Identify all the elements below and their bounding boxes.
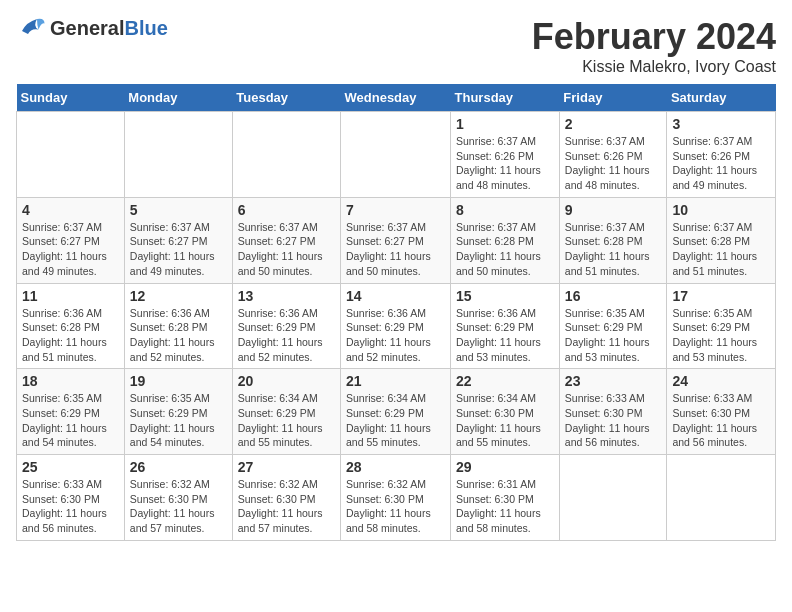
calendar-cell: 27Sunrise: 6:32 AM Sunset: 6:30 PM Dayli… (232, 455, 340, 541)
calendar-cell (124, 112, 232, 198)
day-number: 1 (456, 116, 554, 132)
day-info: Sunrise: 6:34 AM Sunset: 6:29 PM Dayligh… (238, 391, 335, 450)
day-info: Sunrise: 6:32 AM Sunset: 6:30 PM Dayligh… (346, 477, 445, 536)
calendar-cell: 6Sunrise: 6:37 AM Sunset: 6:27 PM Daylig… (232, 197, 340, 283)
day-number: 29 (456, 459, 554, 475)
calendar-cell: 18Sunrise: 6:35 AM Sunset: 6:29 PM Dayli… (17, 369, 125, 455)
day-info: Sunrise: 6:34 AM Sunset: 6:29 PM Dayligh… (346, 391, 445, 450)
day-number: 15 (456, 288, 554, 304)
day-info: Sunrise: 6:32 AM Sunset: 6:30 PM Dayligh… (238, 477, 335, 536)
day-info: Sunrise: 6:37 AM Sunset: 6:27 PM Dayligh… (22, 220, 119, 279)
header-wednesday: Wednesday (341, 84, 451, 112)
day-number: 12 (130, 288, 227, 304)
day-number: 28 (346, 459, 445, 475)
day-info: Sunrise: 6:37 AM Sunset: 6:28 PM Dayligh… (456, 220, 554, 279)
page-header: GeneralBlue February 2024 Kissie Malekro… (16, 16, 776, 76)
day-number: 10 (672, 202, 770, 218)
calendar-cell: 11Sunrise: 6:36 AM Sunset: 6:28 PM Dayli… (17, 283, 125, 369)
calendar-cell: 7Sunrise: 6:37 AM Sunset: 6:27 PM Daylig… (341, 197, 451, 283)
day-number: 5 (130, 202, 227, 218)
header-thursday: Thursday (451, 84, 560, 112)
calendar-week-row: 11Sunrise: 6:36 AM Sunset: 6:28 PM Dayli… (17, 283, 776, 369)
calendar-cell: 15Sunrise: 6:36 AM Sunset: 6:29 PM Dayli… (451, 283, 560, 369)
day-info: Sunrise: 6:33 AM Sunset: 6:30 PM Dayligh… (672, 391, 770, 450)
calendar-cell: 23Sunrise: 6:33 AM Sunset: 6:30 PM Dayli… (559, 369, 667, 455)
day-number: 19 (130, 373, 227, 389)
calendar-cell: 2Sunrise: 6:37 AM Sunset: 6:26 PM Daylig… (559, 112, 667, 198)
page-subtitle: Kissie Malekro, Ivory Coast (532, 58, 776, 76)
calendar-cell: 12Sunrise: 6:36 AM Sunset: 6:28 PM Dayli… (124, 283, 232, 369)
header-saturday: Saturday (667, 84, 776, 112)
day-number: 23 (565, 373, 662, 389)
day-number: 2 (565, 116, 662, 132)
calendar-cell: 4Sunrise: 6:37 AM Sunset: 6:27 PM Daylig… (17, 197, 125, 283)
header-monday: Monday (124, 84, 232, 112)
calendar-cell: 8Sunrise: 6:37 AM Sunset: 6:28 PM Daylig… (451, 197, 560, 283)
day-info: Sunrise: 6:35 AM Sunset: 6:29 PM Dayligh… (22, 391, 119, 450)
logo-text: GeneralBlue (50, 17, 168, 39)
calendar-week-row: 4Sunrise: 6:37 AM Sunset: 6:27 PM Daylig… (17, 197, 776, 283)
header-friday: Friday (559, 84, 667, 112)
calendar-week-row: 25Sunrise: 6:33 AM Sunset: 6:30 PM Dayli… (17, 455, 776, 541)
day-number: 11 (22, 288, 119, 304)
calendar-cell: 9Sunrise: 6:37 AM Sunset: 6:28 PM Daylig… (559, 197, 667, 283)
day-number: 18 (22, 373, 119, 389)
day-info: Sunrise: 6:33 AM Sunset: 6:30 PM Dayligh… (22, 477, 119, 536)
calendar-cell: 17Sunrise: 6:35 AM Sunset: 6:29 PM Dayli… (667, 283, 776, 369)
calendar-cell: 28Sunrise: 6:32 AM Sunset: 6:30 PM Dayli… (341, 455, 451, 541)
day-info: Sunrise: 6:36 AM Sunset: 6:28 PM Dayligh… (130, 306, 227, 365)
calendar-cell: 3Sunrise: 6:37 AM Sunset: 6:26 PM Daylig… (667, 112, 776, 198)
header-sunday: Sunday (17, 84, 125, 112)
day-number: 24 (672, 373, 770, 389)
calendar-cell: 29Sunrise: 6:31 AM Sunset: 6:30 PM Dayli… (451, 455, 560, 541)
calendar-cell: 21Sunrise: 6:34 AM Sunset: 6:29 PM Dayli… (341, 369, 451, 455)
calendar-cell (17, 112, 125, 198)
calendar-cell (559, 455, 667, 541)
calendar-cell: 22Sunrise: 6:34 AM Sunset: 6:30 PM Dayli… (451, 369, 560, 455)
calendar-header-row: SundayMondayTuesdayWednesdayThursdayFrid… (17, 84, 776, 112)
day-info: Sunrise: 6:36 AM Sunset: 6:29 PM Dayligh… (238, 306, 335, 365)
calendar-cell: 13Sunrise: 6:36 AM Sunset: 6:29 PM Dayli… (232, 283, 340, 369)
day-number: 4 (22, 202, 119, 218)
calendar-cell (667, 455, 776, 541)
calendar-cell: 26Sunrise: 6:32 AM Sunset: 6:30 PM Dayli… (124, 455, 232, 541)
day-number: 27 (238, 459, 335, 475)
calendar-cell (341, 112, 451, 198)
day-number: 8 (456, 202, 554, 218)
day-info: Sunrise: 6:35 AM Sunset: 6:29 PM Dayligh… (672, 306, 770, 365)
day-info: Sunrise: 6:37 AM Sunset: 6:27 PM Dayligh… (238, 220, 335, 279)
day-info: Sunrise: 6:35 AM Sunset: 6:29 PM Dayligh… (565, 306, 662, 365)
day-info: Sunrise: 6:37 AM Sunset: 6:26 PM Dayligh… (456, 134, 554, 193)
logo: GeneralBlue (16, 16, 168, 40)
day-info: Sunrise: 6:37 AM Sunset: 6:28 PM Dayligh… (672, 220, 770, 279)
calendar-cell: 1Sunrise: 6:37 AM Sunset: 6:26 PM Daylig… (451, 112, 560, 198)
calendar-week-row: 18Sunrise: 6:35 AM Sunset: 6:29 PM Dayli… (17, 369, 776, 455)
calendar-cell: 25Sunrise: 6:33 AM Sunset: 6:30 PM Dayli… (17, 455, 125, 541)
day-number: 16 (565, 288, 662, 304)
day-number: 13 (238, 288, 335, 304)
calendar-table: SundayMondayTuesdayWednesdayThursdayFrid… (16, 84, 776, 541)
day-number: 17 (672, 288, 770, 304)
day-info: Sunrise: 6:31 AM Sunset: 6:30 PM Dayligh… (456, 477, 554, 536)
day-number: 20 (238, 373, 335, 389)
logo-icon (16, 16, 46, 40)
day-number: 26 (130, 459, 227, 475)
day-info: Sunrise: 6:33 AM Sunset: 6:30 PM Dayligh… (565, 391, 662, 450)
calendar-cell: 20Sunrise: 6:34 AM Sunset: 6:29 PM Dayli… (232, 369, 340, 455)
day-info: Sunrise: 6:37 AM Sunset: 6:27 PM Dayligh… (130, 220, 227, 279)
day-number: 9 (565, 202, 662, 218)
day-number: 14 (346, 288, 445, 304)
day-info: Sunrise: 6:36 AM Sunset: 6:29 PM Dayligh… (346, 306, 445, 365)
page-title: February 2024 (532, 16, 776, 58)
day-info: Sunrise: 6:37 AM Sunset: 6:28 PM Dayligh… (565, 220, 662, 279)
calendar-cell: 16Sunrise: 6:35 AM Sunset: 6:29 PM Dayli… (559, 283, 667, 369)
calendar-cell (232, 112, 340, 198)
calendar-cell: 24Sunrise: 6:33 AM Sunset: 6:30 PM Dayli… (667, 369, 776, 455)
day-info: Sunrise: 6:36 AM Sunset: 6:28 PM Dayligh… (22, 306, 119, 365)
day-info: Sunrise: 6:37 AM Sunset: 6:26 PM Dayligh… (565, 134, 662, 193)
day-number: 6 (238, 202, 335, 218)
calendar-cell: 14Sunrise: 6:36 AM Sunset: 6:29 PM Dayli… (341, 283, 451, 369)
title-area: February 2024 Kissie Malekro, Ivory Coas… (532, 16, 776, 76)
calendar-cell: 19Sunrise: 6:35 AM Sunset: 6:29 PM Dayli… (124, 369, 232, 455)
day-info: Sunrise: 6:37 AM Sunset: 6:27 PM Dayligh… (346, 220, 445, 279)
